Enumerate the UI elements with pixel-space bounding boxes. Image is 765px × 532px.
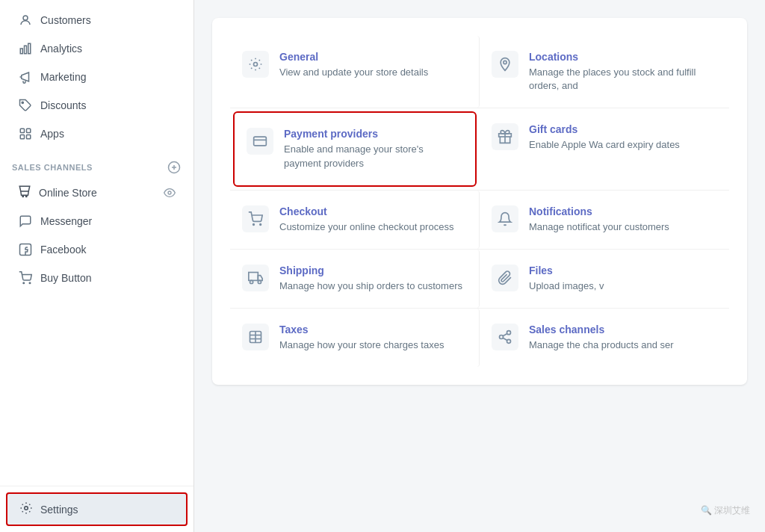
checkout-title: Checkout	[279, 205, 453, 217]
sales-channels-label: SALES CHANNELS	[12, 163, 93, 172]
facebook-label: Facebook	[40, 244, 86, 256]
sales-channels-settings-title: Sales channels	[529, 324, 674, 335]
svg-point-29	[258, 280, 261, 283]
gift-cards-title: Gift cards	[529, 123, 680, 135]
settings-payment-providers[interactable]: Payment providers Enable and manage your…	[233, 111, 477, 186]
eye-icon[interactable]	[164, 187, 176, 199]
svg-point-36	[507, 339, 511, 343]
svg-rect-7	[20, 135, 24, 139]
settings-grid: General View and update your store detai…	[230, 36, 729, 367]
gear-settings-icon	[242, 51, 269, 78]
svg-point-18	[25, 507, 28, 510]
bar-chart-icon	[18, 41, 33, 56]
analytics-label: Analytics	[40, 43, 82, 55]
settings-files[interactable]: Files Upload images, v	[480, 250, 729, 308]
svg-point-14	[168, 191, 171, 194]
tag-icon	[18, 98, 33, 113]
svg-point-26	[260, 223, 261, 225]
marketing-label: Marketing	[40, 71, 86, 83]
location-icon	[492, 51, 518, 78]
svg-point-19	[254, 63, 258, 66]
settings-notifications[interactable]: Notifications Manage notificat your cust…	[480, 191, 729, 249]
svg-rect-2	[25, 46, 27, 54]
settings-locations[interactable]: Locations Manage the places you stock an…	[480, 36, 729, 108]
shipping-desc: Manage how you ship orders to customers	[279, 279, 462, 293]
online-store-icon	[18, 185, 31, 200]
svg-point-16	[23, 282, 25, 284]
sidebar-item-buy-button[interactable]: Buy Button	[6, 264, 188, 292]
sidebar-item-apps[interactable]: Apps	[6, 120, 188, 148]
sidebar: Customers Analytics Marketing	[0, 0, 194, 532]
messenger-icon	[18, 214, 33, 229]
gift-cards-desc: Enable Apple Wa card expiry dates	[529, 138, 680, 152]
main-content: General View and update your store detai…	[194, 0, 765, 532]
bell-icon	[492, 205, 518, 232]
cart-icon	[242, 205, 269, 232]
paperclip-icon	[492, 265, 518, 291]
settings-sales-channels[interactable]: Sales channels Manage the cha products a…	[480, 309, 729, 367]
svg-point-34	[507, 331, 511, 335]
shipping-title: Shipping	[279, 265, 462, 276]
apps-label: Apps	[40, 128, 64, 140]
svg-point-17	[29, 282, 31, 284]
locations-desc: Manage the places you stock and fulfill …	[529, 66, 717, 93]
sidebar-item-messenger[interactable]: Messenger	[6, 207, 188, 235]
settings-card: General View and update your store detai…	[212, 18, 747, 385]
settings-checkout[interactable]: Checkout Customize your online checkout …	[230, 191, 480, 249]
payment-title: Payment providers	[284, 128, 463, 140]
svg-rect-27	[249, 272, 258, 280]
notifications-title: Notifications	[529, 205, 669, 217]
svg-point-28	[250, 280, 253, 283]
buy-button-icon	[18, 270, 33, 285]
sidebar-nav: Customers Analytics Marketing	[0, 0, 193, 486]
sidebar-item-analytics[interactable]: Analytics	[6, 34, 188, 63]
files-desc: Upload images, v	[529, 279, 604, 293]
svg-point-25	[253, 223, 255, 225]
svg-rect-5	[20, 129, 24, 132]
customers-label: Customers	[40, 14, 91, 26]
facebook-icon	[18, 242, 33, 257]
svg-point-12	[22, 196, 24, 197]
sidebar-bottom: Settings	[0, 486, 193, 532]
svg-point-13	[26, 196, 28, 197]
tax-icon	[242, 324, 269, 350]
sidebar-item-facebook[interactable]: Facebook	[6, 235, 188, 264]
sidebar-item-discounts[interactable]: Discounts	[6, 91, 188, 120]
megaphone-icon	[18, 69, 33, 84]
sidebar-item-online-store[interactable]: Online Store	[6, 178, 188, 207]
add-channel-icon[interactable]	[167, 160, 182, 175]
discounts-label: Discounts	[40, 99, 86, 111]
settings-general[interactable]: General View and update your store detai…	[230, 36, 480, 108]
channels-icon	[492, 324, 518, 350]
checkout-desc: Customize your online checkout process	[279, 220, 453, 234]
svg-line-37	[503, 338, 507, 340]
svg-rect-1	[20, 49, 22, 54]
taxes-title: Taxes	[279, 324, 444, 335]
truck-icon	[242, 265, 269, 291]
sidebar-item-customers[interactable]: Customers	[6, 6, 188, 34]
sales-channels-header: SALES CHANNELS	[0, 148, 193, 178]
payment-icon	[247, 128, 273, 155]
gift-icon	[492, 123, 518, 150]
apps-icon	[18, 126, 33, 141]
locations-title: Locations	[529, 51, 717, 63]
settings-shipping[interactable]: Shipping Manage how you ship orders to c…	[230, 250, 480, 308]
messenger-label: Messenger	[40, 215, 92, 227]
buy-button-label: Buy Button	[40, 272, 92, 284]
settings-gift-cards[interactable]: Gift cards Enable Apple Wa card expiry d…	[480, 108, 729, 189]
svg-rect-8	[27, 135, 31, 139]
online-store-label: Online Store	[39, 187, 97, 199]
svg-rect-6	[27, 129, 31, 132]
person-icon	[18, 13, 33, 28]
settings-nav-item[interactable]: Settings	[6, 492, 188, 526]
svg-rect-21	[254, 137, 267, 146]
svg-point-0	[23, 16, 28, 20]
files-title: Files	[529, 265, 604, 276]
settings-taxes[interactable]: Taxes Manage how your store charges taxe…	[230, 309, 480, 367]
svg-rect-3	[28, 43, 31, 54]
general-desc: View and update your store details	[279, 66, 428, 79]
general-title: General	[279, 51, 428, 63]
notifications-desc: Manage notificat your customers	[529, 220, 669, 234]
watermark: 🔍 深圳艾维	[701, 504, 750, 517]
sidebar-item-marketing[interactable]: Marketing	[6, 63, 188, 91]
